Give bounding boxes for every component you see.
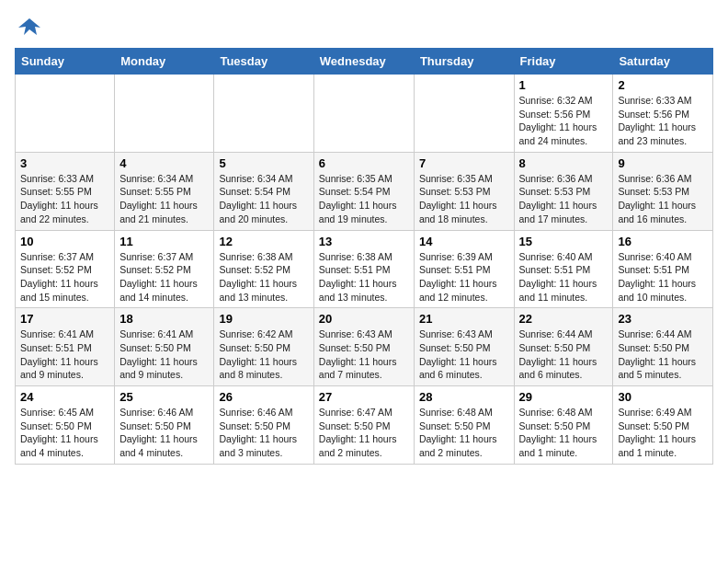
day-header-friday: Friday [514,49,613,75]
day-info: Sunrise: 6:43 AM Sunset: 5:50 PM Dayligh… [319,327,409,382]
calendar-cell: 6Sunrise: 6:35 AM Sunset: 5:54 PM Daylig… [313,152,414,230]
day-number: 3 [20,156,109,170]
calendar-cell [115,75,214,153]
day-info: Sunrise: 6:36 AM Sunset: 5:53 PM Dayligh… [519,172,609,226]
calendar-cell: 10Sunrise: 6:37 AM Sunset: 5:52 PM Dayli… [16,230,115,308]
day-info: Sunrise: 6:40 AM Sunset: 5:51 PM Dayligh… [519,250,609,304]
day-header-thursday: Thursday [414,49,514,75]
calendar-cell: 27Sunrise: 6:47 AM Sunset: 5:50 PM Dayli… [313,386,414,465]
day-info: Sunrise: 6:37 AM Sunset: 5:52 PM Dayligh… [20,250,109,304]
day-number: 21 [419,312,509,326]
day-info: Sunrise: 6:38 AM Sunset: 5:51 PM Dayligh… [319,250,409,304]
day-header-tuesday: Tuesday [214,49,313,75]
calendar-cell: 29Sunrise: 6:48 AM Sunset: 5:50 PM Dayli… [514,386,613,465]
day-number: 12 [219,235,308,248]
day-info: Sunrise: 6:49 AM Sunset: 5:50 PM Dayligh… [618,406,708,460]
day-info: Sunrise: 6:47 AM Sunset: 5:50 PM Dayligh… [319,406,409,460]
calendar-cell: 26Sunrise: 6:46 AM Sunset: 5:50 PM Dayli… [214,386,313,465]
day-number: 16 [618,235,708,248]
day-info: Sunrise: 6:46 AM Sunset: 5:50 PM Dayligh… [119,406,209,460]
day-number: 15 [519,235,609,248]
day-info: Sunrise: 6:35 AM Sunset: 5:53 PM Dayligh… [419,172,509,226]
day-info: Sunrise: 6:44 AM Sunset: 5:50 PM Dayligh… [618,327,708,382]
day-number: 26 [219,390,308,404]
day-number: 1 [519,78,609,92]
day-header-saturday: Saturday [613,49,713,75]
calendar-cell: 15Sunrise: 6:40 AM Sunset: 5:51 PM Dayli… [514,230,613,308]
calendar-cell: 20Sunrise: 6:43 AM Sunset: 5:50 PM Dayli… [313,308,414,386]
day-number: 8 [519,156,609,170]
day-info: Sunrise: 6:37 AM Sunset: 5:52 PM Dayligh… [119,250,209,304]
day-header-sunday: Sunday [16,49,115,75]
calendar-week-3: 10Sunrise: 6:37 AM Sunset: 5:52 PM Dayli… [16,230,713,308]
day-info: Sunrise: 6:45 AM Sunset: 5:50 PM Dayligh… [20,406,109,460]
calendar-body: 1Sunrise: 6:32 AM Sunset: 5:56 PM Daylig… [16,75,713,465]
svg-marker-0 [18,18,40,35]
calendar-cell: 8Sunrise: 6:36 AM Sunset: 5:53 PM Daylig… [514,152,613,230]
calendar-cell [313,75,414,153]
calendar-cell: 5Sunrise: 6:34 AM Sunset: 5:54 PM Daylig… [214,152,313,230]
calendar-cell: 3Sunrise: 6:33 AM Sunset: 5:55 PM Daylig… [16,152,115,230]
day-number: 25 [119,390,209,404]
day-number: 18 [119,312,209,326]
day-number: 5 [219,156,308,170]
day-info: Sunrise: 6:32 AM Sunset: 5:56 PM Dayligh… [519,94,609,148]
calendar-cell: 22Sunrise: 6:44 AM Sunset: 5:50 PM Dayli… [514,308,613,386]
day-number: 22 [519,312,609,326]
calendar-cell: 19Sunrise: 6:42 AM Sunset: 5:50 PM Dayli… [214,308,313,386]
day-number: 20 [319,312,409,326]
calendar-cell: 25Sunrise: 6:46 AM Sunset: 5:50 PM Dayli… [115,386,214,465]
calendar-week-2: 3Sunrise: 6:33 AM Sunset: 5:55 PM Daylig… [16,152,713,230]
calendar-cell: 24Sunrise: 6:45 AM Sunset: 5:50 PM Dayli… [16,386,115,465]
day-info: Sunrise: 6:44 AM Sunset: 5:50 PM Dayligh… [519,327,609,382]
day-info: Sunrise: 6:35 AM Sunset: 5:54 PM Dayligh… [319,172,409,226]
day-info: Sunrise: 6:39 AM Sunset: 5:51 PM Dayligh… [419,250,509,304]
calendar-cell [414,75,514,153]
logo-bird-icon [17,15,42,40]
day-number: 30 [618,390,708,404]
calendar-cell: 21Sunrise: 6:43 AM Sunset: 5:50 PM Dayli… [414,308,514,386]
calendar-cell: 9Sunrise: 6:36 AM Sunset: 5:53 PM Daylig… [613,152,713,230]
day-number: 10 [20,235,109,248]
calendar-week-5: 24Sunrise: 6:45 AM Sunset: 5:50 PM Dayli… [16,386,713,465]
day-info: Sunrise: 6:43 AM Sunset: 5:50 PM Dayligh… [419,327,509,382]
day-info: Sunrise: 6:48 AM Sunset: 5:50 PM Dayligh… [519,406,609,460]
day-info: Sunrise: 6:46 AM Sunset: 5:50 PM Dayligh… [219,406,308,460]
calendar-cell: 4Sunrise: 6:34 AM Sunset: 5:55 PM Daylig… [115,152,214,230]
day-number: 6 [319,156,409,170]
calendar-cell: 17Sunrise: 6:41 AM Sunset: 5:51 PM Dayli… [16,308,115,386]
day-info: Sunrise: 6:33 AM Sunset: 5:55 PM Dayligh… [20,172,109,226]
calendar-week-4: 17Sunrise: 6:41 AM Sunset: 5:51 PM Dayli… [16,308,713,386]
day-number: 13 [319,235,409,248]
calendar-cell: 7Sunrise: 6:35 AM Sunset: 5:53 PM Daylig… [414,152,514,230]
calendar-cell: 28Sunrise: 6:48 AM Sunset: 5:50 PM Dayli… [414,386,514,465]
calendar-cell: 11Sunrise: 6:37 AM Sunset: 5:52 PM Dayli… [115,230,214,308]
day-number: 23 [618,312,708,326]
day-info: Sunrise: 6:33 AM Sunset: 5:56 PM Dayligh… [618,94,708,148]
day-number: 29 [519,390,609,404]
day-info: Sunrise: 6:40 AM Sunset: 5:51 PM Dayligh… [618,250,708,304]
day-number: 7 [419,156,509,170]
day-number: 4 [119,156,209,170]
calendar-cell [214,75,313,153]
calendar-cell: 13Sunrise: 6:38 AM Sunset: 5:51 PM Dayli… [313,230,414,308]
day-info: Sunrise: 6:36 AM Sunset: 5:53 PM Dayligh… [618,172,708,226]
calendar-cell: 1Sunrise: 6:32 AM Sunset: 5:56 PM Daylig… [514,75,613,153]
calendar-cell: 18Sunrise: 6:41 AM Sunset: 5:50 PM Dayli… [115,308,214,386]
day-header-wednesday: Wednesday [313,49,414,75]
day-number: 14 [419,235,509,248]
day-info: Sunrise: 6:42 AM Sunset: 5:50 PM Dayligh… [219,327,308,382]
calendar-cell: 2Sunrise: 6:33 AM Sunset: 5:56 PM Daylig… [613,75,713,153]
day-number: 24 [20,390,109,404]
calendar-cell: 14Sunrise: 6:39 AM Sunset: 5:51 PM Dayli… [414,230,514,308]
day-number: 19 [219,312,308,326]
day-info: Sunrise: 6:48 AM Sunset: 5:50 PM Dayligh… [419,406,509,460]
day-info: Sunrise: 6:34 AM Sunset: 5:54 PM Dayligh… [219,172,308,226]
calendar-table: SundayMondayTuesdayWednesdayThursdayFrid… [15,48,713,465]
page-header [15,15,713,40]
logo [15,15,42,40]
day-info: Sunrise: 6:41 AM Sunset: 5:51 PM Dayligh… [20,327,109,382]
day-number: 27 [319,390,409,404]
day-number: 9 [618,156,708,170]
calendar-week-1: 1Sunrise: 6:32 AM Sunset: 5:56 PM Daylig… [16,75,713,153]
